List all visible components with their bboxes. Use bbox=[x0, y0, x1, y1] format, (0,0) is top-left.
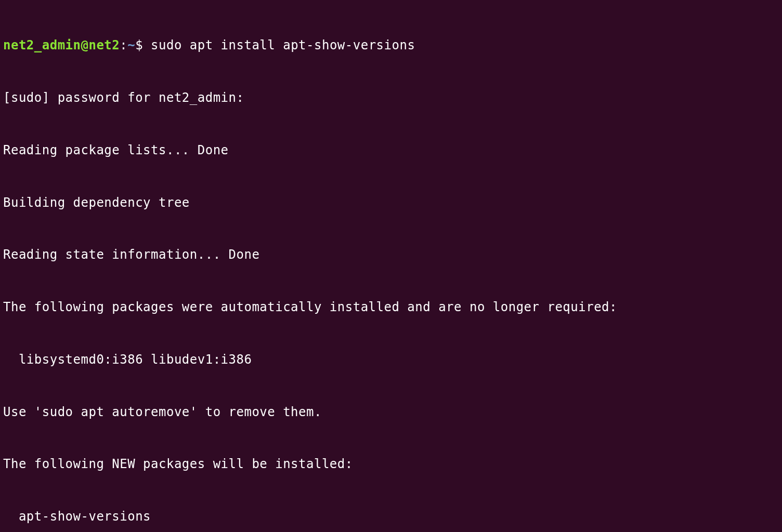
output-line: Reading state information... Done bbox=[3, 246, 779, 264]
output-line: Building dependency tree bbox=[3, 194, 779, 212]
separator: : bbox=[120, 38, 127, 52]
output-line: Reading package lists... Done bbox=[3, 142, 779, 159]
dollar-sign: $ bbox=[135, 38, 151, 52]
prompt-line-1: net2_admin@net2:~$ sudo apt install apt-… bbox=[3, 37, 779, 55]
output-line: apt-show-versions bbox=[3, 508, 779, 526]
user-host: net2_admin@net2 bbox=[3, 38, 120, 52]
terminal-window[interactable]: net2_admin@net2:~$ sudo apt install apt-… bbox=[3, 2, 779, 532]
output-line: [sudo] password for net2_admin: bbox=[3, 89, 779, 107]
output-line: Use 'sudo apt autoremove' to remove them… bbox=[3, 404, 779, 421]
output-line: The following NEW packages will be insta… bbox=[3, 456, 779, 473]
path: ~ bbox=[127, 38, 135, 52]
output-line: libsystemd0:i386 libudev1:i386 bbox=[3, 351, 779, 369]
command-text: sudo apt install apt-show-versions bbox=[151, 38, 415, 52]
output-line: The following packages were automaticall… bbox=[3, 299, 779, 316]
